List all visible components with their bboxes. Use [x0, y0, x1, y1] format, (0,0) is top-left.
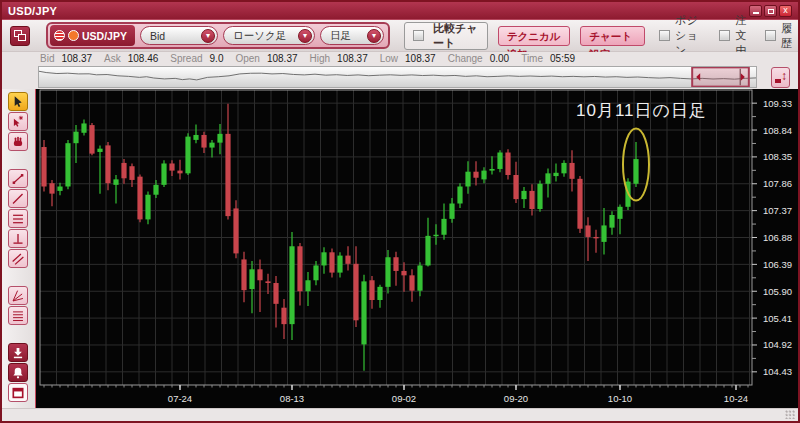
- candle-body: [593, 237, 598, 238]
- candle-body: [161, 163, 166, 184]
- y-axis-label: 105.41: [763, 313, 792, 324]
- candle-body: [433, 235, 438, 236]
- minimize-button[interactable]: [749, 5, 762, 17]
- maximize-icon: [768, 9, 774, 14]
- window-capture-tool[interactable]: [8, 383, 28, 402]
- chart-annotation: 10月11日の日足: [576, 101, 707, 120]
- candle-body: [377, 287, 382, 300]
- candle-body: [409, 275, 414, 290]
- quote-field-low: Low108.37: [380, 53, 436, 64]
- candle-body: [369, 280, 374, 300]
- checkbox[interactable]: [659, 30, 670, 41]
- candle-body: [449, 204, 454, 219]
- maximize-button[interactable]: [764, 5, 777, 17]
- timeframe-dropdown[interactable]: 日足 ▾: [320, 26, 384, 45]
- y-axis-label: 105.90: [763, 286, 792, 297]
- window-title: USD/JPY: [8, 5, 57, 17]
- fan-icon: [11, 289, 25, 303]
- x-axis-label: 09-20: [504, 393, 528, 404]
- alert-tool[interactable]: [8, 363, 28, 382]
- fib-retracement-icon: [11, 212, 25, 226]
- candle-body: [425, 236, 430, 266]
- chart-background: [36, 89, 795, 410]
- chart-plot[interactable]: 109.33108.84108.35107.86107.37106.88106.…: [36, 89, 795, 410]
- candle-body: [57, 187, 62, 191]
- resize-grip[interactable]: [785, 410, 795, 419]
- candle-body: [385, 257, 390, 287]
- candle-body: [297, 246, 302, 291]
- quote-field-high: High108.37: [310, 53, 368, 64]
- candle-body: [633, 159, 638, 184]
- candle-body: [193, 135, 198, 140]
- chevron-down-icon: ▾: [367, 29, 381, 43]
- gann-lines-icon: [11, 309, 25, 323]
- save-image-tool[interactable]: [8, 343, 28, 362]
- x-axis-label: 10-24: [724, 393, 748, 404]
- candle-body: [89, 125, 94, 154]
- candle-body: [513, 175, 518, 199]
- navigator-row: ↕: [2, 65, 798, 89]
- checkbox[interactable]: [765, 30, 776, 41]
- vertical-line-icon: [11, 232, 25, 246]
- trendline-icon: [11, 172, 25, 186]
- status-bar: [2, 408, 798, 421]
- candle-body: [49, 183, 54, 193]
- alert-icon: [11, 366, 25, 380]
- new-chart-window-button[interactable]: [10, 26, 30, 46]
- cursor-tool[interactable]: [8, 92, 28, 111]
- channel-tool[interactable]: [8, 249, 28, 268]
- history-navigator[interactable]: [38, 66, 757, 88]
- quote-value: 05:59: [550, 53, 575, 64]
- resize-vertical-icon: ↕: [781, 69, 787, 83]
- quote-label: Spread: [170, 53, 202, 64]
- fan-tool[interactable]: [8, 286, 28, 305]
- candle-body: [97, 149, 102, 152]
- close-icon: x: [783, 5, 788, 15]
- chart-type-dropdown[interactable]: ローソク足 ▾: [223, 26, 315, 45]
- candle-body: [137, 177, 142, 220]
- candle-body: [401, 271, 406, 275]
- vertical-line-tool[interactable]: [8, 229, 28, 248]
- candle-body: [577, 179, 582, 229]
- pair-label: USD/JPY: [82, 30, 127, 42]
- x-axis-label: 07-24: [168, 393, 192, 404]
- candle-body: [169, 163, 174, 170]
- candle-body: [393, 257, 398, 271]
- checkbox-label: 履歴: [781, 21, 792, 51]
- scale-adjust-button[interactable]: ↕: [771, 67, 790, 88]
- quote-value: 108.46: [128, 53, 159, 64]
- pan-hand-tool[interactable]: [8, 132, 28, 151]
- y-axis-label: 107.37: [763, 205, 792, 216]
- candle-body: [209, 143, 214, 148]
- compare-chart-checkbox[interactable]: [413, 30, 424, 41]
- candle-body: [585, 225, 590, 237]
- cursor-icon: [11, 95, 25, 109]
- navigator-svg[interactable]: [39, 67, 756, 87]
- quote-label: Time: [521, 53, 543, 64]
- fib-retracement-tool[interactable]: [8, 209, 28, 228]
- candle-body: [129, 166, 134, 180]
- price-type-dropdown[interactable]: Bid ▾: [140, 26, 218, 45]
- x-axis-label: 08-13: [280, 393, 304, 404]
- checkbox[interactable]: [719, 30, 730, 41]
- crosshair-tool[interactable]: [8, 112, 28, 131]
- add-technical-button[interactable]: テクニカル追加: [498, 26, 571, 46]
- y-axis-label: 109.33: [763, 98, 792, 109]
- y-axis-label: 107.86: [763, 178, 792, 189]
- gann-lines-tool[interactable]: [8, 306, 28, 325]
- chart-control-group: USD/JPY Bid ▾ ローソク足 ▾ 日足 ▾: [46, 22, 390, 49]
- chart-settings-button[interactable]: チャート設定: [580, 26, 645, 46]
- trendline-tool[interactable]: [8, 169, 28, 188]
- candle-body: [537, 184, 542, 209]
- candle-body: [473, 172, 478, 178]
- currency-pair-selector[interactable]: USD/JPY: [50, 25, 135, 46]
- quote-field-ask: Ask108.46: [104, 53, 158, 64]
- compare-chart-tab[interactable]: 比較チャート: [404, 22, 488, 50]
- close-button[interactable]: x: [779, 5, 792, 17]
- candle-body: [481, 171, 486, 180]
- y-axis-label: 104.92: [763, 339, 792, 350]
- chevron-down-icon: ▾: [298, 29, 312, 43]
- quote-label: Bid: [40, 53, 54, 64]
- candle-body: [249, 269, 254, 289]
- line-tool[interactable]: [8, 189, 28, 208]
